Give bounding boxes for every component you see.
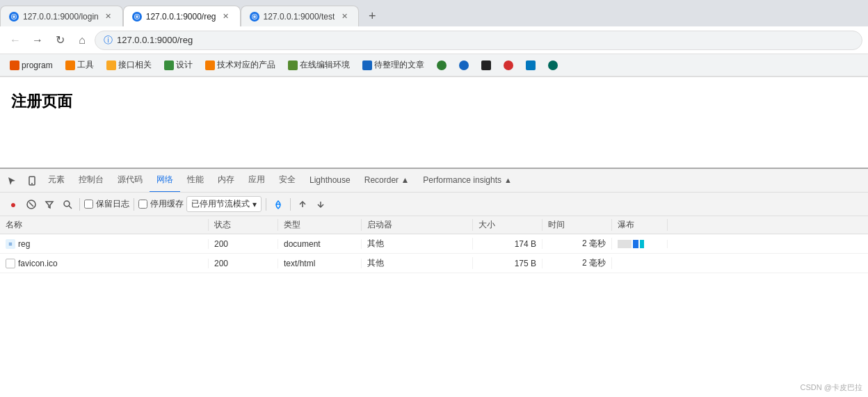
clear-button[interactable]	[24, 197, 39, 212]
bookmark-icon-program	[10, 60, 19, 70]
network-table: 名称 状态 类型 启动器 大小 时间 瀑布 ≡ reg 200 document…	[0, 216, 868, 370]
tab-security[interactable]: 安全	[272, 169, 303, 193]
tab-sources[interactable]: 源代码	[111, 169, 150, 193]
bookmark-editor[interactable]: 在线编辑环境	[284, 58, 354, 72]
bookmark-program[interactable]: program	[6, 59, 57, 72]
table-row[interactable]: ≡ reg 200 document 其他 174 B 2 毫秒	[0, 234, 868, 254]
col-time: 时间	[542, 219, 612, 231]
tab-elements[interactable]: 元素	[41, 169, 72, 193]
tab-recorder[interactable]: Recorder ▲	[357, 169, 417, 193]
doc-icon: ≡	[6, 239, 15, 249]
col-size: 大小	[473, 219, 542, 231]
bookmark-icon-articles	[362, 60, 372, 70]
filter-button[interactable]	[42, 197, 57, 212]
tab-favicon-3	[250, 12, 259, 22]
forward-button[interactable]: →	[28, 31, 47, 50]
waterfall-teal	[640, 240, 644, 248]
tab-lighthouse[interactable]: Lighthouse	[303, 169, 357, 193]
bookmark-tools[interactable]: 工具	[61, 58, 98, 72]
import-button[interactable]	[295, 197, 310, 212]
preserve-log-checkbox[interactable]	[84, 200, 93, 209]
nav-bar: ← → ↻ ⌂ ⓘ 127.0.0.1:9000/reg	[0, 26, 868, 54]
bookmark-icon-products	[205, 60, 215, 70]
cell-time-1: 2 毫秒	[542, 257, 612, 269]
bookmark-articles[interactable]: 待整理的文章	[358, 58, 428, 72]
tab-login[interactable]: 127.0.0.1:9000/login ✕	[0, 6, 123, 26]
network-toolbar: ● 保留日志 停用缓存 已停用节流模式 ▾	[0, 193, 868, 216]
cell-size-0: 174 B	[473, 239, 542, 249]
col-waterfall: 瀑布	[612, 219, 668, 231]
tab-close-1[interactable]: ✕	[103, 11, 114, 22]
cell-initiator-0: 其他	[362, 238, 473, 250]
disable-cache-checkbox[interactable]	[138, 200, 147, 209]
tab-console[interactable]: 控制台	[72, 169, 111, 193]
bookmark-icon-extra6	[548, 60, 558, 70]
back-button[interactable]: ←	[6, 31, 25, 50]
tab-close-2[interactable]: ✕	[220, 11, 232, 22]
devtools-tab-bar: 元素 控制台 源代码 网络 性能 内存 应用 安全 Lighthouse Rec…	[0, 169, 868, 193]
tab-performance[interactable]: 性能	[180, 169, 211, 193]
bookmark-extra1[interactable]	[433, 59, 451, 72]
tab-title-3: 127.0.0.1:9000/test	[264, 12, 335, 22]
bookmark-extra6[interactable]	[544, 59, 562, 72]
svg-line-8	[69, 206, 72, 209]
svg-point-7	[64, 201, 70, 206]
record-button[interactable]: ●	[6, 197, 21, 212]
toolbar-separator-1	[79, 198, 80, 211]
tab-test[interactable]: 127.0.0.1:9000/test ✕	[241, 6, 360, 26]
cell-type-0: document	[278, 239, 362, 249]
search-button[interactable]	[60, 197, 75, 212]
col-initiator: 启动器	[362, 219, 473, 231]
tab-network[interactable]: 网络	[150, 169, 180, 193]
address-bar[interactable]: ⓘ 127.0.0.1:9000/reg	[95, 31, 862, 50]
bookmark-icon-extra2	[459, 60, 469, 70]
cell-name-1: favicon.ico	[0, 259, 209, 268]
export-button[interactable]	[313, 197, 328, 212]
bookmark-extra2[interactable]	[455, 59, 473, 72]
bookmark-extra3[interactable]	[477, 59, 495, 72]
bookmark-icon-api	[106, 60, 116, 70]
tab-perf-insights[interactable]: Performance insights ▲	[416, 169, 519, 193]
table-row[interactable]: favicon.ico 200 text/html 其他 175 B 2 毫秒	[0, 254, 868, 273]
cell-size-1: 175 B	[473, 259, 542, 268]
reload-button[interactable]: ↻	[50, 31, 70, 50]
tab-favicon-2	[132, 12, 142, 22]
tab-reg[interactable]: 127.0.0.1:9000/reg ✕	[123, 6, 241, 26]
devtools-device-button[interactable]	[23, 172, 41, 190]
waterfall-gray	[618, 240, 632, 248]
waterfall-blue	[633, 240, 638, 248]
tab-title-2: 127.0.0.1:9000/reg	[146, 12, 216, 22]
svg-line-6	[29, 202, 33, 206]
bookmark-extra4[interactable]	[499, 59, 517, 72]
bookmark-api[interactable]: 接口相关	[102, 58, 156, 72]
disable-cache-label[interactable]: 停用缓存	[138, 198, 184, 210]
page-content: 注册页面	[0, 77, 868, 168]
col-type: 类型	[278, 219, 362, 231]
throttle-select[interactable]: 已停用节流模式 ▾	[186, 196, 262, 212]
col-name: 名称	[0, 219, 209, 231]
tab-application[interactable]: 应用	[241, 169, 272, 193]
devtools-btn-group	[3, 172, 41, 190]
bookmark-icon-extra3	[481, 60, 491, 70]
home-button[interactable]: ⌂	[72, 31, 92, 50]
bookmark-icon-editor	[288, 60, 298, 70]
new-tab-button[interactable]: +	[362, 6, 383, 26]
preserve-log-label[interactable]: 保留日志	[84, 198, 129, 210]
bookmarks-bar: program 工具 接口相关 设计 技术对应的产品 在线编辑环境 待整理的文章	[0, 54, 868, 76]
bookmark-design[interactable]: 设计	[160, 58, 197, 72]
toolbar-separator-2	[134, 198, 134, 211]
devtools-cursor-button[interactable]	[3, 172, 21, 190]
cell-name-0: ≡ reg	[0, 239, 209, 249]
network-conditions-button[interactable]	[271, 197, 286, 212]
bookmark-products[interactable]: 技术对应的产品	[201, 58, 280, 72]
tab-close-3[interactable]: ✕	[339, 11, 350, 22]
toolbar-separator-4	[290, 198, 291, 211]
secure-icon: ⓘ	[104, 34, 113, 47]
csdn-watermark: CSDN @卡皮巴拉	[801, 382, 862, 393]
bookmark-extra5[interactable]	[522, 59, 540, 72]
tab-memory[interactable]: 内存	[211, 169, 241, 193]
browser-chrome: 127.0.0.1:9000/login ✕ 127.0.0.1:9000/re…	[0, 0, 868, 77]
cell-time-0: 2 毫秒	[542, 238, 612, 250]
tab-bar: 127.0.0.1:9000/login ✕ 127.0.0.1:9000/re…	[0, 0, 868, 26]
address-text: 127.0.0.1:9000/reg	[117, 35, 193, 45]
